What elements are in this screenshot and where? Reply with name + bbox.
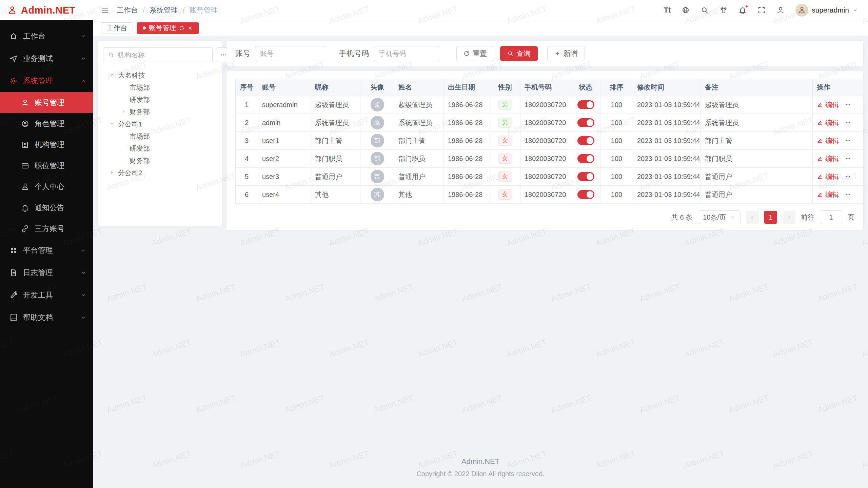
sidebar-item-business-test[interactable]: 业务测试: [0, 47, 93, 70]
reset-button[interactable]: 重置: [456, 46, 494, 61]
notification-bell-icon[interactable]: [738, 6, 747, 14]
caret-right-icon[interactable]: [121, 109, 127, 115]
close-icon[interactable]: [188, 25, 193, 31]
org-search-input[interactable]: [118, 51, 208, 59]
link-icon: [21, 225, 29, 233]
table-row: 6 user4 其他 其 其他 1986-06-28 女 18020030720: [236, 186, 864, 204]
sidebar-subitem-account-management[interactable]: 账号管理: [0, 92, 93, 113]
cell-birthday: 1986-06-28: [444, 132, 490, 150]
profile-icon[interactable]: [776, 6, 785, 14]
tree-node[interactable]: 研发部: [103, 94, 216, 106]
file-icon: [9, 269, 18, 277]
tree-node-label: 市场部: [130, 132, 150, 141]
edit-button[interactable]: 编辑: [817, 190, 839, 199]
gender-badge: 女: [498, 171, 512, 182]
status-toggle[interactable]: [577, 172, 594, 181]
breadcrumb-item[interactable]: 工作台: [117, 5, 150, 15]
status-toggle[interactable]: [577, 118, 594, 127]
sidebar-item-help-docs[interactable]: 帮助文档: [0, 306, 93, 329]
goto-page-input[interactable]: [820, 210, 842, 224]
search-icon[interactable]: [701, 6, 709, 14]
table-header-row: 序号 账号 昵称 头像 姓名 出生日期 性别 手机号码 状态 排序: [236, 79, 864, 96]
hamburger-menu-icon[interactable]: [101, 6, 109, 14]
tree-node[interactable]: 研发部: [103, 142, 216, 155]
sidebar-item-system-management[interactable]: 系统管理: [0, 70, 93, 92]
avatar: 部: [371, 152, 384, 165]
sidebar-subitem-third-party-account[interactable]: 三方账号: [0, 218, 93, 239]
sidebar-item-platform-management[interactable]: 平台管理: [0, 239, 93, 262]
sidebar-item-workbench[interactable]: 工作台: [0, 25, 93, 47]
cell-modify-time: 2023-01-03 10:59:44: [633, 150, 701, 168]
status-toggle[interactable]: [577, 136, 594, 145]
status-toggle[interactable]: [577, 100, 594, 109]
sidebar-subitem-notice[interactable]: 通知公告: [0, 197, 93, 218]
caret-down-icon[interactable]: [109, 72, 115, 78]
language-globe-icon[interactable]: [682, 6, 690, 14]
tree-node[interactable]: 财务部: [103, 106, 216, 118]
tree-node[interactable]: 大名科技: [103, 69, 216, 81]
tree-node-label: 分公司2: [118, 168, 142, 178]
caret-right-icon[interactable]: [109, 170, 115, 176]
cell-nickname: 部门主管: [311, 132, 360, 150]
sidebar-subitem-role-management[interactable]: 角色管理: [0, 113, 93, 134]
phone-input[interactable]: [374, 46, 440, 61]
tree-node[interactable]: 分公司2: [103, 167, 216, 179]
grid-icon: [9, 246, 18, 255]
page-number-current[interactable]: 1: [764, 211, 777, 224]
sidebar-item-label: 工作台: [23, 31, 81, 41]
sidebar-item-dev-tools[interactable]: 开发工具: [0, 284, 93, 306]
edit-button[interactable]: 编辑: [817, 136, 839, 145]
more-actions-icon[interactable]: [845, 102, 851, 108]
add-button[interactable]: 新增: [547, 46, 585, 61]
more-actions-icon[interactable]: [845, 174, 851, 180]
theme-icon[interactable]: [719, 6, 728, 14]
edit-button[interactable]: 编辑: [817, 118, 839, 127]
edit-button[interactable]: 编辑: [817, 172, 839, 181]
search-button[interactable]: 查询: [500, 46, 538, 61]
status-toggle[interactable]: [577, 190, 594, 199]
cell-remark: 超级管理员: [701, 96, 813, 114]
cell-account: admin: [258, 114, 311, 132]
status-toggle[interactable]: [577, 154, 594, 163]
more-actions-icon[interactable]: [845, 156, 851, 162]
accounts-table: 序号 账号 昵称 头像 姓名 出生日期 性别 手机号码 状态 排序: [235, 79, 864, 204]
tree-node-label: 研发部: [130, 95, 150, 104]
page-size-select[interactable]: 10条/页: [698, 210, 741, 224]
edit-button[interactable]: 编辑: [817, 100, 839, 109]
more-actions-icon[interactable]: [845, 191, 851, 198]
tab-account-management[interactable]: 账号管理: [137, 22, 199, 34]
user-menu[interactable]: superadmin: [795, 4, 858, 17]
column-header: 序号: [236, 79, 258, 96]
more-actions-icon[interactable]: [845, 138, 851, 144]
total-count: 共 6 条: [671, 213, 692, 222]
fullscreen-icon[interactable]: [757, 6, 766, 14]
tree-node[interactable]: 财务部: [103, 155, 216, 167]
sidebar-subitem-position-management[interactable]: 职位管理: [0, 155, 93, 176]
phone-label: 手机号码: [339, 48, 369, 59]
font-size-icon[interactable]: Tt: [664, 6, 671, 15]
sidebar-item-label: 业务测试: [23, 54, 81, 64]
sidebar-item-label: 系统管理: [23, 76, 81, 86]
cell-nickname: 其他: [311, 186, 360, 204]
cell-name: 系统管理员: [394, 114, 444, 132]
prev-page-button[interactable]: [746, 211, 759, 224]
cell-remark: 普通用户: [701, 186, 813, 204]
sidebar-subitem-org-management[interactable]: 机构管理: [0, 134, 93, 155]
sidebar-item-log-management[interactable]: 日志管理: [0, 262, 93, 284]
tree-node[interactable]: 市场部: [103, 130, 216, 142]
tab-workbench[interactable]: 工作台: [101, 22, 133, 34]
account-input[interactable]: [255, 46, 326, 61]
refresh-icon[interactable]: [179, 25, 184, 31]
next-page-button[interactable]: [783, 211, 795, 224]
breadcrumb-item[interactable]: 系统管理: [150, 5, 190, 15]
caret-down-icon[interactable]: [109, 121, 115, 127]
tree-node[interactable]: 分公司1: [103, 118, 216, 130]
tree-node-label: 大名科技: [118, 71, 145, 80]
cell-remark: 部门职员: [701, 150, 813, 168]
column-header: 修改时间: [633, 79, 701, 96]
table-row: 3 user1 部门主管 部 部门主管 1986-06-28 女 1802003…: [236, 132, 864, 150]
tree-node[interactable]: 市场部: [103, 81, 216, 94]
edit-button[interactable]: 编辑: [817, 154, 839, 163]
more-actions-icon[interactable]: [845, 120, 851, 126]
sidebar-subitem-personal-center[interactable]: 个人中心: [0, 176, 93, 197]
